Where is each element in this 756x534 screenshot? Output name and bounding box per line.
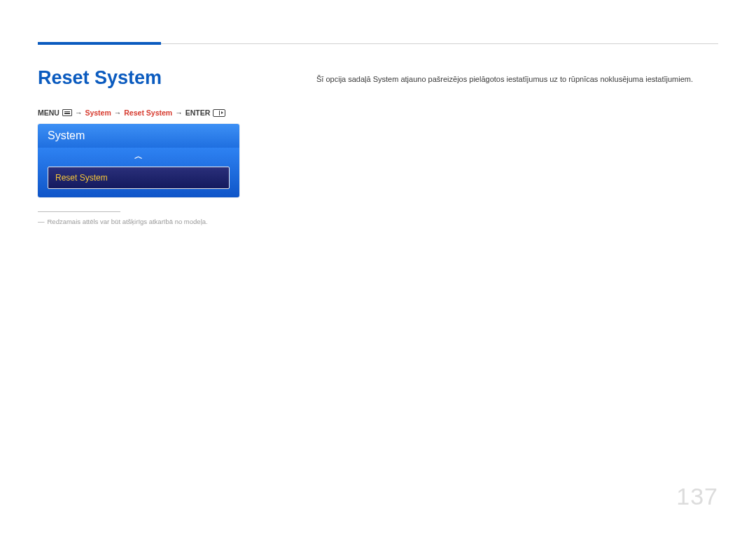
arrow-icon: → xyxy=(75,108,83,117)
footnote-block: ―Redzamais attēls var būt atšķirīgs atka… xyxy=(38,211,290,225)
page-number: 137 xyxy=(676,483,718,510)
description-text: Šī opcija sadaļā System atjauno pašreizē… xyxy=(316,74,718,85)
left-column: Reset System MENU → System → Reset Syste… xyxy=(38,67,290,225)
osd-header: System xyxy=(38,124,239,148)
footnote-rule xyxy=(38,211,120,212)
footnote-text: ―Redzamais attēls var būt atšķirīgs atka… xyxy=(38,218,290,225)
menu-path: MENU → System → Reset System → ENTER xyxy=(38,108,290,117)
arrow-icon: → xyxy=(175,108,183,117)
enter-label: ENTER xyxy=(186,108,211,117)
osd-item-reset-system[interactable]: Reset System xyxy=(48,167,230,189)
header-rule xyxy=(161,43,718,44)
chevron-up-icon[interactable]: ︿ xyxy=(48,148,230,167)
footnote-content: Redzamais attēls var būt atšķirīgs atkar… xyxy=(48,218,208,225)
path-segment-reset-system: Reset System xyxy=(124,108,172,117)
footnote-dash: ― xyxy=(38,218,45,225)
header-accent-bar xyxy=(38,42,161,45)
menu-icon xyxy=(62,109,72,116)
osd-panel: System ︿ Reset System xyxy=(38,124,239,197)
path-segment-system: System xyxy=(85,108,111,117)
osd-body: ︿ Reset System xyxy=(38,148,239,197)
right-column: Šī opcija sadaļā System atjauno pašreizē… xyxy=(316,74,718,85)
enter-icon xyxy=(213,109,225,117)
menu-label: MENU xyxy=(38,108,59,117)
arrow-icon: → xyxy=(114,108,122,117)
page-title: Reset System xyxy=(38,67,290,89)
manual-page: Reset System MENU → System → Reset Syste… xyxy=(0,0,756,534)
